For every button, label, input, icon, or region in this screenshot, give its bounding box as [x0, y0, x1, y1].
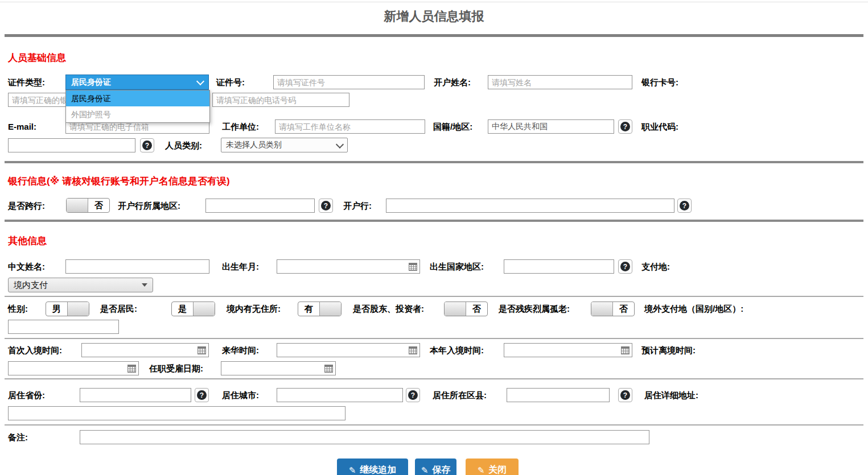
residence-county-input[interactable] [507, 388, 610, 402]
dropdown-option-foreign-passport[interactable]: 外国护照号 [66, 106, 209, 122]
residence-address-input[interactable] [8, 406, 345, 420]
calendar-icon[interactable] [127, 365, 136, 373]
account-name-label: 开户姓名: [434, 75, 471, 90]
expected-departure-time-date-field[interactable] [8, 361, 139, 375]
domestic-residence-label: 境内有无住所: [227, 301, 281, 316]
help-button-job-code[interactable]: ? [140, 138, 154, 152]
save-button[interactable]: ✎ 保存 [415, 459, 456, 475]
expected-departure-time-input[interactable] [9, 362, 127, 375]
section-divider [5, 34, 863, 37]
is-shareholder-toggle[interactable]: 否 [444, 301, 488, 316]
bank-region-input[interactable] [205, 199, 315, 213]
dropdown-option-resident-id[interactable]: 居民身份证 [66, 90, 209, 106]
employment-date-input[interactable] [221, 362, 324, 375]
continue-append-button[interactable]: ✎ 继续追加 [337, 459, 408, 475]
is-shareholder-toggle-state: 否 [466, 302, 487, 316]
remark-input[interactable] [80, 430, 649, 444]
bank-region-label: 开户行所属地区: [118, 199, 180, 213]
current-year-entry-time-date-field[interactable] [504, 343, 632, 357]
phone-input[interactable] [212, 93, 349, 107]
remark-label: 备注: [8, 430, 28, 445]
first-entry-time-input[interactable] [82, 344, 198, 357]
cross-bank-toggle-state: 否 [88, 199, 109, 212]
nationality-input[interactable] [488, 119, 614, 134]
cross-bank-toggle[interactable]: 否 [66, 198, 110, 213]
employment-date-date-field[interactable] [221, 361, 336, 375]
edit-icon: ✎ [349, 466, 356, 474]
bank-card-label: 银行卡号: [641, 75, 678, 90]
is-resident-toggle-state: 是 [172, 302, 193, 316]
birth-month-input[interactable] [277, 260, 409, 273]
chevron-down-icon [196, 77, 204, 85]
current-year-entry-time-input[interactable] [504, 344, 621, 357]
help-button-nationality[interactable]: ? [618, 119, 632, 134]
gender-label: 性别: [8, 301, 28, 316]
birth-country-input[interactable] [504, 259, 614, 274]
bank-branch-input[interactable] [386, 199, 674, 213]
is-disabled-family-toggle[interactable]: 否 [591, 301, 635, 316]
first-entry-time-date-field[interactable] [81, 343, 209, 357]
pay-place-select[interactable]: 境内支付 [8, 278, 153, 292]
help-button-birth-country[interactable]: ? [618, 259, 632, 274]
calendar-icon[interactable] [198, 346, 206, 354]
calendar-icon[interactable] [409, 346, 417, 354]
id-type-select[interactable]: 居民身份证 [65, 75, 209, 90]
overseas-pay-place-label: 境外支付地（国别/地区）: [644, 301, 743, 316]
question-icon: ? [620, 122, 630, 131]
help-button-bank-region[interactable]: ? [319, 199, 333, 213]
gender-toggle-state: 男 [46, 302, 67, 316]
save-label: 保存 [432, 464, 450, 475]
calendar-icon[interactable] [409, 263, 417, 271]
continue-append-label: 继续追加 [360, 464, 396, 475]
arrival-time-date-field[interactable] [277, 343, 420, 357]
edit-icon: ✎ [478, 466, 485, 474]
account-name-input[interactable] [488, 75, 632, 89]
chevron-down-icon [336, 140, 344, 148]
toggle-knob [193, 302, 215, 316]
overseas-pay-place-input[interactable] [8, 320, 119, 334]
question-icon: ? [620, 390, 630, 400]
nationality-label: 国籍/地区: [433, 119, 472, 134]
row-divider [5, 378, 863, 379]
residence-address-label: 居住详细地址: [644, 388, 698, 403]
id-number-input[interactable] [273, 75, 425, 89]
person-type-select-value: 未选择人员类别 [226, 140, 282, 150]
pay-place-label: 支付地: [641, 259, 670, 274]
help-button-residence-city[interactable]: ? [406, 388, 420, 402]
residence-province-label: 居住省份: [8, 388, 45, 403]
help-button-residence-province[interactable]: ? [195, 388, 209, 402]
birth-month-date-field[interactable] [277, 259, 420, 274]
section-divider [5, 220, 863, 222]
residence-province-input[interactable] [80, 388, 191, 402]
section-basic-heading: 人员基础信息 [8, 51, 66, 64]
residence-city-input[interactable] [277, 388, 403, 402]
calendar-icon[interactable] [324, 365, 333, 373]
is-resident-toggle[interactable]: 是 [171, 301, 215, 316]
is-shareholder-label: 是否股东、投资者: [353, 301, 424, 316]
arrival-time-label: 来华时间: [222, 343, 259, 358]
chinese-name-input[interactable] [65, 259, 209, 274]
arrival-time-input[interactable] [277, 344, 409, 357]
id-number-label: 证件号: [216, 75, 245, 90]
expected-departure-time-label: 预计离境时间: [641, 343, 696, 358]
close-label: 关闭 [488, 464, 507, 475]
help-button-residence-county[interactable]: ? [618, 388, 632, 402]
page-title: 新增人员信息填报 [0, 8, 868, 25]
row-divider [5, 296, 863, 297]
toggle-knob [319, 302, 341, 316]
calendar-icon[interactable] [621, 346, 630, 354]
job-code-input[interactable] [8, 138, 135, 152]
section-divider [5, 161, 863, 163]
section-other-heading: 其他信息 [8, 234, 47, 247]
birth-country-label: 出生国家地区: [430, 259, 484, 274]
domestic-residence-toggle[interactable]: 有 [298, 301, 342, 316]
close-button[interactable]: ✎ 关闭 [466, 459, 519, 475]
person-type-select[interactable]: 未选择人员类别 [221, 138, 348, 152]
help-button-bank-branch[interactable]: ? [677, 199, 692, 213]
residence-city-label: 居住城市: [222, 388, 259, 403]
work-unit-input[interactable] [275, 119, 425, 134]
cross-bank-label: 是否跨行: [8, 199, 45, 213]
pay-place-select-value: 境内支付 [14, 280, 48, 291]
id-type-dropdown: 居民身份证 外国护照号 [65, 90, 210, 123]
gender-toggle[interactable]: 男 [46, 301, 89, 316]
